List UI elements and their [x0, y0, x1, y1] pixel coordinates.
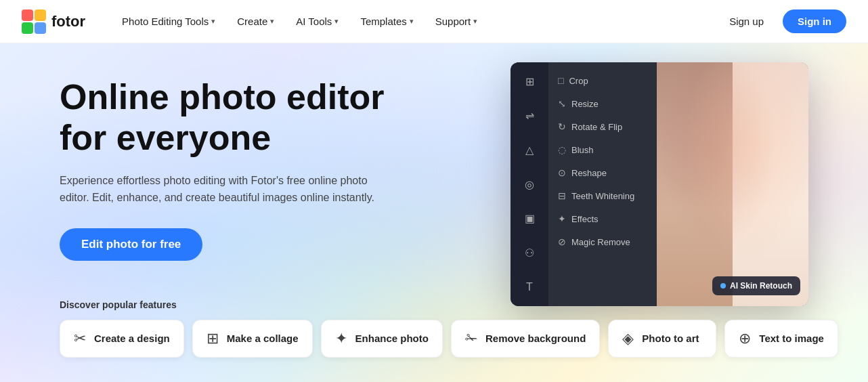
- ai-badge-dot-icon: [720, 283, 726, 289]
- face-image: [657, 62, 808, 306]
- sidebar-text-icon[interactable]: T: [518, 276, 541, 298]
- hero-section: Online photo editor for everyone Experie…: [0, 43, 868, 382]
- feature-text-to-image[interactable]: ⊕ Text to image: [724, 320, 838, 358]
- sidebar-crop-icon[interactable]: ▣: [518, 207, 541, 230]
- sidebar-grid-icon[interactable]: ⊞: [518, 70, 541, 93]
- navbar: fotor Photo Editing Tools ▾ Create ▾ AI …: [0, 0, 868, 43]
- ai-skin-retouch-badge: AI Skin Retouch: [712, 276, 800, 295]
- nav-item-templates[interactable]: Templates ▾: [351, 10, 422, 33]
- edit-photo-button[interactable]: Edit photo for free: [60, 228, 202, 261]
- logo[interactable]: fotor: [22, 9, 85, 34]
- nav-item-support[interactable]: Support ▾: [426, 10, 487, 33]
- nav-item-photo-editing[interactable]: Photo Editing Tools ▾: [112, 10, 225, 33]
- hero-bottom: Discover popular features ✂ Create a des…: [60, 299, 838, 358]
- face-overlay: [657, 62, 808, 306]
- signup-button[interactable]: Sign up: [718, 10, 775, 33]
- tool-resize[interactable]: ⤡ Resize: [548, 92, 657, 115]
- nav-item-ai-tools[interactable]: AI Tools ▾: [286, 10, 348, 33]
- svg-rect-2: [22, 22, 33, 34]
- editor-preview: ⊞ ⇌ △ ◎ ▣ ⚇ T □ Crop ⤡ Resize ↻: [511, 62, 808, 306]
- editor-sidebar: ⊞ ⇌ △ ◎ ▣ ⚇ T: [511, 62, 548, 306]
- tool-teeth[interactable]: ⊟ Teeth Whitening: [548, 184, 657, 207]
- logo-text: fotor: [51, 13, 85, 30]
- signin-button[interactable]: Sign in: [783, 9, 846, 33]
- sidebar-adjust-icon[interactable]: ⇌: [518, 105, 541, 127]
- features-strip: ✂ Create a design ⊞ Make a collage ✦ Enh…: [60, 320, 838, 358]
- enhance-icon: ✦: [335, 330, 347, 347]
- tool-rotate[interactable]: ↻ Rotate & Flip: [548, 115, 657, 138]
- chevron-down-icon: ▾: [211, 17, 215, 26]
- feature-remove-bg[interactable]: ✁ Remove background: [451, 320, 600, 358]
- teeth-icon: ⊟: [558, 190, 566, 201]
- photo-art-icon: ◈: [622, 330, 634, 347]
- crop-icon: □: [558, 75, 563, 86]
- nav-item-create[interactable]: Create ▾: [227, 10, 284, 33]
- text-image-icon: ⊕: [739, 330, 751, 347]
- chevron-down-icon: ▾: [410, 17, 414, 26]
- collage-icon: ⊞: [207, 330, 219, 347]
- rotate-icon: ↻: [558, 121, 566, 132]
- hero-content: Online photo editor for everyone Experie…: [60, 77, 439, 261]
- logo-icon: [22, 9, 46, 34]
- feature-photo-to-art[interactable]: ◈ Photo to art: [608, 320, 716, 358]
- nav-right: Sign up Sign in: [718, 9, 846, 33]
- effects-icon: ✦: [558, 213, 566, 224]
- svg-rect-3: [35, 22, 46, 34]
- tool-magic-remove[interactable]: ⊘ Magic Remove: [548, 230, 657, 253]
- editor-image-area: AI Skin Retouch: [657, 62, 808, 306]
- chevron-down-icon: ▾: [334, 17, 339, 26]
- nav-links: Photo Editing Tools ▾ Create ▾ AI Tools …: [112, 10, 718, 33]
- editor-window: ⊞ ⇌ △ ◎ ▣ ⚇ T □ Crop ⤡ Resize ↻: [511, 62, 808, 306]
- hero-title: Online photo editor for everyone: [60, 77, 439, 158]
- feature-create-design[interactable]: ✂ Create a design: [60, 320, 184, 358]
- hero-subtitle: Experience effortless photo editing with…: [60, 172, 385, 207]
- svg-rect-1: [35, 9, 46, 21]
- chevron-down-icon: ▾: [473, 17, 477, 26]
- feature-enhance-photo[interactable]: ✦ Enhance photo: [321, 320, 443, 358]
- resize-icon: ⤡: [558, 98, 566, 109]
- reshape-icon: ⊙: [558, 167, 566, 178]
- blush-icon: ◌: [558, 144, 566, 155]
- sidebar-shape-icon[interactable]: △: [518, 139, 541, 161]
- chevron-down-icon: ▾: [270, 17, 274, 26]
- svg-rect-0: [22, 9, 33, 21]
- tool-effects[interactable]: ✦ Effects: [548, 207, 657, 230]
- tool-blush[interactable]: ◌ Blush: [548, 138, 657, 161]
- magic-remove-icon: ⊘: [558, 236, 566, 247]
- remove-bg-icon: ✁: [465, 330, 477, 347]
- feature-make-collage[interactable]: ⊞ Make a collage: [192, 320, 313, 358]
- sidebar-people-icon[interactable]: ⚇: [518, 242, 541, 264]
- sidebar-eye-icon[interactable]: ◎: [518, 173, 541, 196]
- editor-tools-panel: □ Crop ⤡ Resize ↻ Rotate & Flip ◌ Blush …: [548, 62, 657, 306]
- discover-label: Discover popular features: [60, 299, 838, 310]
- tool-reshape[interactable]: ⊙ Reshape: [548, 161, 657, 184]
- create-design-icon: ✂: [74, 330, 86, 347]
- tool-crop[interactable]: □ Crop: [548, 69, 657, 92]
